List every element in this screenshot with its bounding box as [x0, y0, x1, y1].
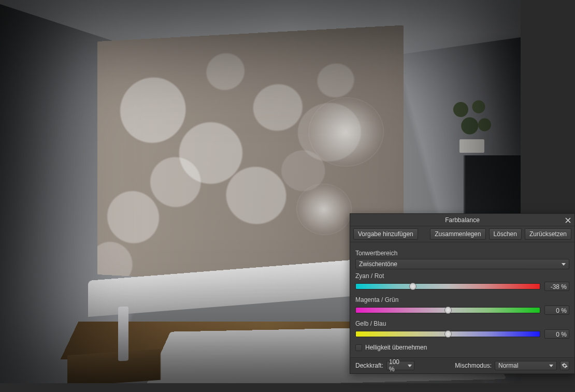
chevron-down-icon: [562, 263, 566, 266]
gear-icon[interactable]: [560, 361, 569, 370]
yellow-blue-slider[interactable]: [355, 331, 540, 337]
delete-button[interactable]: Löschen: [489, 228, 522, 240]
magenta-green-thumb[interactable]: [444, 307, 452, 314]
opacity-label: Deckkraft:: [355, 362, 383, 369]
chevron-down-icon: [549, 365, 553, 367]
merge-button[interactable]: Zusammenlegen: [430, 228, 485, 240]
opacity-value: 100 %: [389, 358, 407, 373]
tone-range-label: Tonwertbereich: [355, 250, 569, 257]
workspace-bottom: [0, 383, 575, 392]
yellow-blue-label: Gelb / Blau: [355, 320, 569, 327]
preserve-luminosity-checkbox[interactable]: [355, 344, 362, 351]
dialog-titlebar[interactable]: Farbbalance: [350, 214, 574, 226]
chevron-down-icon: [408, 365, 412, 367]
cyan-red-thumb[interactable]: [409, 283, 416, 290]
preserve-luminosity-label: Helligkeit übernehmen: [365, 344, 427, 351]
magenta-green-value[interactable]: 0 %: [544, 306, 569, 315]
magenta-green-label: Magenta / Grün: [355, 296, 569, 303]
yellow-blue-thumb[interactable]: [444, 330, 452, 338]
opacity-input[interactable]: 100 %: [386, 361, 414, 370]
cyan-red-label: Zyan / Rot: [355, 272, 569, 280]
dialog-footer: Deckkraft: 100 % Mischmodus: Normal: [350, 357, 574, 373]
cyan-red-slider[interactable]: [355, 283, 540, 289]
dialog-toolbar: Vorgabe hinzufügen Zusammenlegen Löschen…: [350, 226, 574, 242]
dialog-title: Farbbalance: [445, 216, 480, 224]
blendmode-value: Normal: [498, 362, 519, 369]
magenta-green-slider[interactable]: [355, 307, 540, 313]
close-icon[interactable]: [563, 215, 572, 225]
tone-range-value: Zwischentöne: [359, 260, 397, 268]
color-balance-dialog: Farbbalance Vorgabe hinzufügen Zusammenl…: [350, 213, 575, 374]
cyan-red-value[interactable]: -38 %: [544, 282, 569, 291]
blendmode-select[interactable]: Normal: [495, 361, 557, 370]
blendmode-label: Mischmodus:: [455, 362, 492, 369]
yellow-blue-value[interactable]: 0 %: [544, 329, 569, 339]
add-preset-button[interactable]: Vorgabe hinzufügen: [353, 228, 418, 240]
reset-button[interactable]: Zurücksetzen: [525, 228, 571, 240]
tone-range-select[interactable]: Zwischentöne: [355, 259, 569, 269]
